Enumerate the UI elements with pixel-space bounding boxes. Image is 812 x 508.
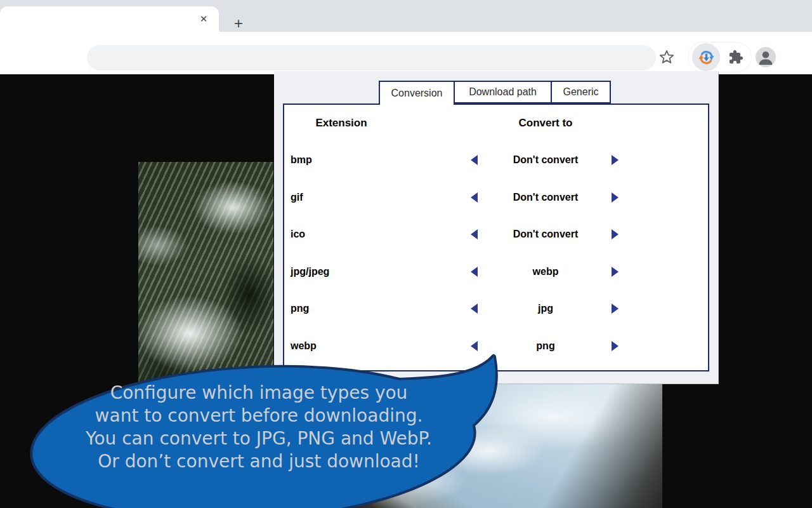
arrow-right-icon — [612, 267, 619, 277]
extension-label: bmp — [291, 154, 312, 166]
arrow-right-icon — [612, 192, 619, 203]
prev-option-button[interactable] — [469, 266, 480, 277]
tab-download-path[interactable]: Download path — [454, 81, 552, 104]
arrow-left-icon — [471, 304, 478, 314]
convert-to-value: jpg — [482, 303, 609, 314]
arrow-left-icon — [471, 341, 478, 351]
table-row: bmp Don't convert — [284, 142, 708, 179]
tab-generic[interactable]: Generic — [551, 81, 611, 104]
bubble-line: want to convert before downloading. — [43, 404, 475, 427]
speech-bubble-text: Configure which image types you want to … — [43, 382, 475, 473]
arrow-right-icon — [612, 304, 619, 314]
tab-close-icon[interactable]: ✕ — [197, 13, 210, 25]
bookmark-star-icon[interactable] — [658, 49, 675, 65]
profile-button[interactable] — [756, 47, 776, 67]
converter-logo-icon — [698, 49, 715, 66]
convert-to-value: Don't convert — [482, 229, 609, 240]
bubble-line: Or don’t convert and just download! — [43, 450, 475, 473]
convert-to-value: png — [482, 340, 609, 352]
table-header-row: Extension Convert to — [284, 105, 708, 142]
convert-to-value: webp — [482, 266, 609, 277]
next-option-button[interactable] — [610, 340, 620, 352]
arrow-right-icon — [612, 341, 619, 351]
prev-option-button[interactable] — [469, 229, 480, 240]
browser-tab[interactable]: ✕ — [0, 6, 219, 32]
next-option-button[interactable] — [610, 192, 620, 203]
table-row: gif Don't convert — [284, 179, 708, 217]
next-option-button[interactable] — [610, 229, 620, 240]
column-header-convert-to: Convert to — [450, 117, 641, 130]
browser-window: ✕ + — [0, 0, 812, 508]
extension-popup: Conversion Download path Generic Extensi… — [274, 71, 718, 384]
table-row: ico Don't convert — [284, 216, 708, 253]
converter-extension-button[interactable] — [692, 43, 720, 71]
extension-label: png — [291, 303, 309, 314]
extension-label: ico — [291, 229, 305, 240]
extension-label: jpg/jpeg — [291, 266, 329, 277]
convert-to-value: Don't convert — [482, 192, 609, 203]
address-bar-input[interactable] — [87, 45, 656, 70]
tab-conversion[interactable]: Conversion — [379, 81, 455, 105]
extension-label: webp — [291, 340, 317, 352]
conversion-panel: Extension Convert to bmp Don't convert g… — [283, 104, 709, 371]
arrow-left-icon — [471, 192, 478, 203]
bubble-line: You can convert to JPG, PNG and WebP. — [43, 427, 475, 450]
convert-to-value: Don't convert — [482, 154, 609, 166]
prev-option-button[interactable] — [469, 154, 480, 166]
arrow-left-icon — [471, 267, 478, 277]
table-row: webp png — [284, 328, 708, 365]
tab-strip: ✕ + — [0, 0, 812, 32]
prev-option-button[interactable] — [469, 303, 480, 314]
extension-label: gif — [291, 192, 303, 203]
next-option-button[interactable] — [610, 303, 620, 314]
arrow-left-icon — [471, 229, 478, 239]
prev-option-button[interactable] — [469, 192, 480, 203]
extensions-puzzle-icon[interactable] — [728, 50, 743, 65]
profile-icon — [756, 47, 776, 67]
table-row: jpg/jpeg webp — [284, 253, 708, 291]
popup-tab-bar: Conversion Download path Generic — [379, 81, 611, 105]
next-option-button[interactable] — [610, 266, 620, 277]
prev-option-button[interactable] — [469, 340, 480, 352]
column-header-extension: Extension — [291, 117, 392, 130]
arrow-left-icon — [471, 155, 478, 165]
arrow-right-icon — [612, 155, 619, 165]
toolbar — [0, 32, 812, 74]
arrow-right-icon — [612, 229, 619, 239]
table-row: png jpg — [284, 290, 708, 328]
next-option-button[interactable] — [610, 154, 620, 166]
bubble-line: Configure which image types you — [43, 382, 475, 404]
